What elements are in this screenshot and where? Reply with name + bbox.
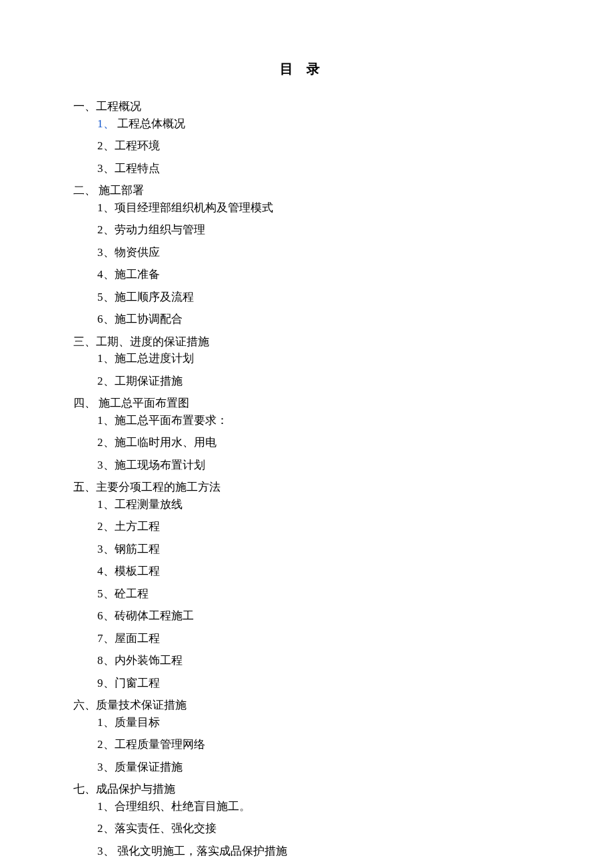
toc-item: 1、质量目标 [97, 714, 540, 731]
toc-item: 1、施工总平面布置要求： [97, 412, 540, 429]
toc-item: 4、施工准备 [97, 266, 540, 283]
toc-item-number: 1、 [97, 352, 115, 365]
toc-item-number: 2、 [97, 223, 115, 236]
toc-item-number: 1、 [97, 716, 115, 729]
toc-item: 2、工程质量管理网络 [97, 736, 540, 753]
toc-item-number: 4、 [97, 268, 115, 281]
toc-item-number: 3、 [97, 543, 115, 555]
toc-item-number: 3、 [97, 761, 115, 773]
toc-section-heading: 五、主要分项工程的施工方法 [73, 479, 540, 496]
toc-item: 1、施工总进度计划 [97, 350, 540, 367]
toc-item-number: 3、 [97, 459, 115, 471]
toc-item-number: 2、 [97, 738, 115, 751]
toc-item-label: 质量目标 [115, 716, 160, 729]
toc-item-label: 施工协调配合 [115, 313, 183, 325]
toc-section-heading: 一、工程概况 [73, 98, 540, 115]
toc-item-label: 砖砌体工程施工 [115, 609, 194, 622]
toc-item-label: 屋面工程 [115, 632, 160, 645]
toc-item-number: 1、 [97, 800, 115, 813]
toc-section-heading: 二、 施工部署 [73, 182, 540, 199]
toc-item-label: 工程测量放线 [115, 498, 183, 511]
toc-item-label: 项目经理部组织机构及管理模式 [115, 201, 273, 214]
toc-item-label: 施工总进度计划 [115, 352, 194, 365]
toc-item-label: 工程特点 [115, 162, 160, 175]
toc-item-number: 2、 [97, 520, 115, 533]
document-page: 目录 一、工程概况 1、 工程总体概况 2、工程环境 3、工程特点 二、 施工部… [0, 0, 613, 868]
toc-item: 4、模板工程 [97, 563, 540, 580]
toc-item-label: 施工现场布置计划 [115, 459, 205, 471]
toc-item: 6、施工协调配合 [97, 311, 540, 328]
toc-item-label: 门窗工程 [115, 677, 160, 689]
toc-item: 5、施工顺序及流程 [97, 289, 540, 306]
toc-item: 1、 工程总体概况 [97, 115, 540, 133]
toc-item-number: 3、 [97, 246, 115, 259]
toc-item-number: 1、 [97, 414, 115, 427]
toc-section-heading: 四、 施工总平面布置图 [73, 395, 540, 412]
toc-item-number: 9、 [97, 677, 115, 689]
toc-item-number: 4、 [97, 565, 115, 577]
toc-item-label: 施工准备 [115, 268, 160, 281]
toc-item-label: 落实责任、强化交接 [115, 822, 217, 835]
toc-item: 1、合理组织、杜绝盲目施工。 [97, 798, 540, 815]
toc-item-label: 钢筋工程 [115, 543, 160, 555]
toc-item-label: 工程环境 [115, 139, 160, 152]
toc-section-heading: 七、成品保护与措施 [73, 781, 540, 798]
toc-item: 5、砼工程 [97, 585, 540, 603]
toc-item: 8、内外装饰工程 [97, 652, 540, 669]
toc-section-heading: 三、工期、进度的保证措施 [73, 333, 540, 351]
toc-item: 3、钢筋工程 [97, 541, 540, 558]
toc-item: 7、屋面工程 [97, 630, 540, 647]
toc-item-label: 工期保证措施 [115, 375, 183, 387]
toc-item-number: 2、 [97, 822, 115, 835]
toc-item-number: 6、 [97, 609, 115, 622]
toc-item-label: 物资供应 [115, 246, 160, 259]
toc-item-label: 强化文明施工，落实成品保护措施 [115, 845, 287, 857]
toc-item: 3、施工现场布置计划 [97, 457, 540, 474]
toc-item-label: 砼工程 [115, 587, 149, 600]
toc-item-label: 施工临时用水、用电 [115, 436, 217, 449]
toc-item: 3、质量保证措施 [97, 759, 540, 776]
toc-item-number: 3、 [97, 845, 115, 857]
toc-item: 2、落实责任、强化交接 [97, 820, 540, 837]
toc-item-label: 质量保证措施 [115, 761, 183, 773]
toc-item-label: 施工总平面布置要求： [115, 414, 228, 427]
toc-item-number: 1、 [97, 201, 115, 214]
toc-item-number: 8、 [97, 654, 115, 667]
toc-item-number: 5、 [97, 587, 115, 600]
toc-item-number: 5、 [97, 291, 115, 303]
toc-item-number: 6、 [97, 313, 115, 325]
toc-item: 3、物资供应 [97, 244, 540, 261]
toc-item-number[interactable]: 1、 [97, 117, 115, 130]
toc-item: 9、门窗工程 [97, 675, 540, 692]
toc-item: 2、工期保证措施 [97, 373, 540, 390]
toc-item-label: 土方工程 [115, 520, 160, 533]
toc-item: 2、土方工程 [97, 518, 540, 535]
toc-item-label: 工程总体概况 [115, 117, 185, 130]
page-title: 目录 [73, 60, 540, 78]
toc-item-number: 2、 [97, 139, 115, 152]
toc-item-label: 工程质量管理网络 [115, 738, 205, 751]
toc-item: 1、项目经理部组织机构及管理模式 [97, 199, 540, 217]
toc-item-number: 3、 [97, 162, 115, 175]
toc-item-number: 2、 [97, 375, 115, 387]
toc-item: 6、砖砌体工程施工 [97, 607, 540, 625]
toc-item: 3、工程特点 [97, 160, 540, 177]
toc-item-number: 2、 [97, 436, 115, 449]
toc-item: 2、工程环境 [97, 137, 540, 155]
table-of-contents: 一、工程概况 1、 工程总体概况 2、工程环境 3、工程特点 二、 施工部署 1… [73, 98, 540, 859]
toc-item: 1、工程测量放线 [97, 496, 540, 513]
toc-item-number: 1、 [97, 498, 115, 511]
toc-item-number: 7、 [97, 632, 115, 645]
toc-section-heading: 六、质量技术保证措施 [73, 697, 540, 714]
toc-item: 2、劳动力组织与管理 [97, 221, 540, 239]
toc-item-label: 模板工程 [115, 565, 160, 577]
toc-item-label: 施工顺序及流程 [115, 291, 194, 303]
toc-item: 3、 强化文明施工，落实成品保护措施 [97, 843, 540, 860]
toc-item-label: 内外装饰工程 [115, 654, 183, 667]
toc-item: 2、施工临时用水、用电 [97, 434, 540, 451]
toc-item-label: 合理组织、杜绝盲目施工。 [115, 800, 251, 813]
toc-item-label: 劳动力组织与管理 [115, 223, 205, 236]
